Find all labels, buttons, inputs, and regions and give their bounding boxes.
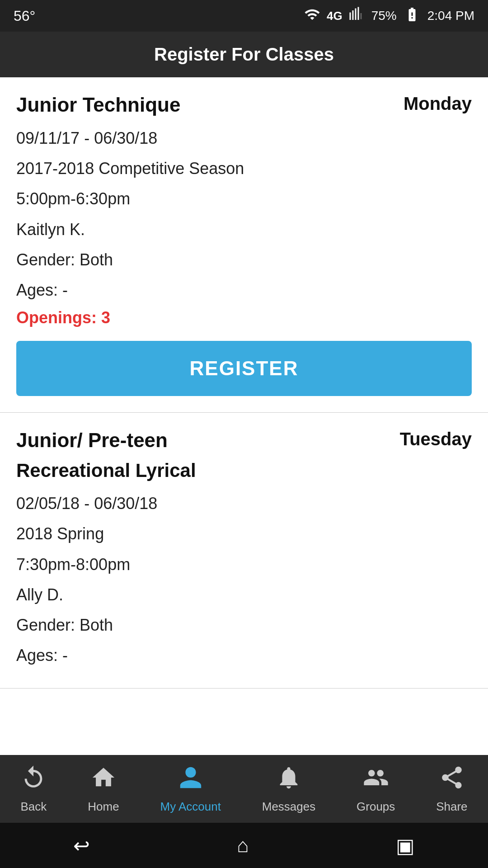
class-day-2: Tuesday bbox=[400, 429, 472, 449]
main-content: Junior Technique Monday 09/11/17 - 06/30… bbox=[0, 77, 488, 755]
nav-messages-label: Messages bbox=[262, 800, 316, 814]
time: 2:04 PM bbox=[427, 9, 474, 23]
messages-icon bbox=[276, 764, 302, 796]
class-ages-1: Ages: - bbox=[16, 276, 472, 304]
nav-groups-label: Groups bbox=[357, 800, 395, 814]
nav-home-label: Home bbox=[88, 800, 119, 814]
network-type: 4G bbox=[327, 9, 343, 23]
class-subtitle-2: Recreational Lyrical bbox=[16, 460, 472, 481]
battery-level: 75% bbox=[371, 9, 397, 23]
groups-icon bbox=[363, 764, 389, 796]
class-time-1: 5:00pm-6:30pm bbox=[16, 185, 472, 212]
class-title-2: Junior/ Pre-teen bbox=[16, 429, 168, 452]
nav-messages[interactable]: Messages bbox=[262, 764, 316, 814]
nav-share[interactable]: Share bbox=[436, 764, 467, 814]
class-date-range-1: 09/11/17 - 06/30/18 bbox=[16, 124, 472, 152]
status-signal: 56° bbox=[14, 8, 35, 24]
home-icon bbox=[90, 764, 117, 796]
nav-my-account[interactable]: My Account bbox=[160, 764, 221, 814]
class-title-1: Junior Technique bbox=[16, 94, 180, 116]
status-right: 4G 75% 2:04 PM bbox=[304, 6, 474, 26]
nav-back-label: Back bbox=[21, 800, 47, 814]
status-bar: 56° 4G 75% 2:04 PM bbox=[0, 0, 488, 32]
class-openings-1: Openings: 3 bbox=[16, 308, 472, 327]
nav-my-account-label: My Account bbox=[160, 800, 221, 814]
class-season-2: 2018 Spring bbox=[16, 520, 472, 547]
battery-icon bbox=[403, 6, 421, 26]
class-ages-2: Ages: - bbox=[16, 642, 472, 669]
class-header-1: Junior Technique Monday bbox=[16, 94, 472, 116]
class-card-1: Junior Technique Monday 09/11/17 - 06/30… bbox=[0, 77, 488, 413]
page-title: Register For Classes bbox=[154, 44, 334, 64]
share-icon bbox=[439, 764, 465, 796]
android-recents-button[interactable]: ▣ bbox=[396, 834, 415, 857]
nav-share-label: Share bbox=[436, 800, 467, 814]
class-gender-2: Gender: Both bbox=[16, 611, 472, 639]
class-time-2: 7:30pm-8:00pm bbox=[16, 551, 472, 578]
class-date-range-2: 02/05/18 - 06/30/18 bbox=[16, 490, 472, 517]
class-instructor-1: Kaitlyn K. bbox=[16, 216, 472, 243]
register-button-1[interactable]: REGISTER bbox=[16, 341, 472, 396]
class-day-1: Monday bbox=[404, 94, 472, 114]
nav-home[interactable]: Home bbox=[88, 764, 119, 814]
page-header: Register For Classes bbox=[0, 32, 488, 77]
class-card-2: Junior/ Pre-teen Tuesday Recreational Ly… bbox=[0, 413, 488, 689]
class-instructor-2: Ally D. bbox=[16, 581, 472, 609]
android-home-button[interactable]: ⌂ bbox=[237, 834, 249, 857]
class-header-2: Junior/ Pre-teen Tuesday bbox=[16, 429, 472, 452]
account-icon bbox=[178, 764, 204, 796]
back-icon bbox=[20, 764, 47, 796]
android-nav: ↩ ⌂ ▣ bbox=[0, 823, 488, 868]
class-gender-1: Gender: Both bbox=[16, 246, 472, 274]
nav-groups[interactable]: Groups bbox=[357, 764, 395, 814]
class-season-1: 2017-2018 Competitive Season bbox=[16, 155, 472, 182]
bottom-nav: Back Home My Account Messages Groups Sha… bbox=[0, 755, 488, 823]
android-back-button[interactable]: ↩ bbox=[73, 834, 90, 857]
wifi-icon bbox=[304, 6, 320, 26]
signal-bars-icon bbox=[349, 6, 365, 26]
nav-back[interactable]: Back bbox=[20, 764, 47, 814]
